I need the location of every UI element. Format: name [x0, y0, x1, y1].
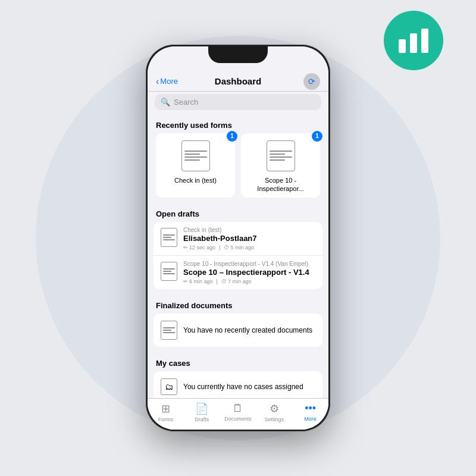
draft-subtitle-1: Check in (test): [183, 227, 315, 233]
search-icon: 🔍: [161, 98, 170, 107]
nav-title: Dashboard: [215, 76, 261, 86]
search-input[interactable]: Search: [174, 98, 198, 107]
finalized-doc-icon: [161, 321, 177, 340]
svg-rect-0: [399, 39, 406, 53]
chevron-left-icon: ‹: [156, 76, 159, 87]
my-cases-header: My cases: [148, 353, 328, 371]
recently-used-header: Recently used forms: [148, 115, 328, 133]
finalized-card: You have no recently created documents: [154, 314, 322, 347]
nav-separator: [148, 91, 328, 92]
draft-item-1[interactable]: Check in (test) Elisabeth-Postlaan7 ✏ 12…: [154, 222, 322, 256]
draft-title-2: Scope 10 – Inspectierapport - V1.4: [183, 268, 315, 277]
drafts-tab-label: Drafts: [195, 416, 209, 422]
cases-empty-text: You currently have no cases assigned: [183, 383, 303, 391]
draft-subtitle-2: Scope 10 - Inspectierapport - V1.4 (Van …: [183, 261, 315, 267]
documents-tab-icon: 🗒: [233, 402, 243, 415]
tab-more[interactable]: ••• More: [292, 402, 328, 422]
open-drafts-header: Open drafts: [148, 203, 328, 222]
settings-tab-label: Settings: [265, 416, 284, 422]
forms-grid: 1 Check in (test) 1: [148, 133, 328, 204]
finalized-header: Finalized documents: [148, 295, 328, 314]
draft-title-1: Elisabeth-Postlaan7: [183, 234, 315, 243]
form-label-2: Scope 10 - Inspectierapor...: [246, 176, 315, 193]
draft-clock-time-1: ⏱ 5 min ago: [224, 245, 254, 250]
draft-content-1: Check in (test) Elisabeth-Postlaan7 ✏ 12…: [183, 227, 315, 250]
form-badge-1: 1: [227, 131, 237, 142]
tab-forms[interactable]: ⊞ Forms: [148, 402, 184, 422]
drafts-tab-icon: 📄: [195, 402, 208, 415]
documents-tab-label: Documents: [224, 416, 252, 422]
tab-bar: ⊞ Forms 📄 Drafts 🗒 Documents ⚙ Settings …: [148, 398, 328, 430]
svg-rect-2: [421, 29, 428, 53]
draft-clock-label-2: 7 min ago: [228, 278, 252, 284]
draft-item-2[interactable]: Scope 10 - Inspectierapport - V1.4 (Van …: [154, 256, 322, 289]
form-icon-1: [181, 140, 210, 171]
forms-tab-label: Forms: [158, 416, 174, 422]
tab-drafts[interactable]: 📄 Drafts: [184, 402, 220, 422]
phone-notch: [208, 46, 268, 63]
nav-bar: ‹ More Dashboard ⟳: [148, 73, 328, 91]
cloud-sync-icon[interactable]: ⟳: [303, 73, 320, 90]
nav-back-button[interactable]: ‹ More: [156, 76, 178, 87]
screen: ‹ More Dashboard ⟳ 🔍 Search Recently use…: [148, 46, 328, 430]
forms-tab-icon: ⊞: [161, 402, 170, 415]
main-content: Recently used forms 1 Check in (test): [148, 115, 328, 399]
cases-icon: 🗂: [161, 378, 177, 395]
draft-edit-label-2: 6 min ago: [189, 278, 213, 284]
draft-clock-time-2: ⏱ 7 min ago: [221, 278, 252, 284]
stats-badge: [384, 11, 443, 70]
draft-clock-label-1: 5 min ago: [230, 245, 254, 250]
drafts-list: Check in (test) Elisabeth-Postlaan7 ✏ 12…: [154, 222, 322, 289]
form-icon-2: [267, 140, 295, 171]
form-label-1: Check in (test): [174, 176, 217, 184]
cases-card: 🗂 You currently have no cases assigned: [154, 371, 322, 398]
search-bar[interactable]: 🔍 Search: [155, 94, 321, 110]
draft-edit-time-1: ✏ 12 sec ago: [183, 245, 215, 250]
form-card-scope10[interactable]: 1 Scope 10 - Inspectierapor...: [241, 133, 320, 198]
draft-edit-label-1: 12 sec ago: [189, 245, 215, 250]
more-tab-label: More: [304, 416, 317, 422]
draft-meta-1: ✏ 12 sec ago | ⏱ 5 min ago: [183, 245, 315, 250]
form-badge-2: 1: [312, 131, 322, 142]
tab-documents[interactable]: 🗒 Documents: [220, 402, 256, 422]
tab-settings[interactable]: ⚙ Settings: [256, 402, 292, 422]
form-card-check-in[interactable]: 1 Check in (test): [156, 133, 235, 198]
draft-icon-1: [161, 228, 177, 247]
draft-content-2: Scope 10 - Inspectierapport - V1.4 (Van …: [183, 261, 315, 284]
nav-back-label[interactable]: More: [160, 77, 178, 86]
draft-icon-2: [161, 262, 177, 281]
draft-edit-time-2: ✏ 6 min ago: [183, 278, 213, 284]
draft-meta-2: ✏ 6 min ago | ⏱ 7 min ago: [183, 278, 315, 284]
phone-frame: ‹ More Dashboard ⟳ 🔍 Search Recently use…: [146, 45, 330, 431]
settings-tab-icon: ⚙: [270, 402, 279, 415]
svg-rect-1: [410, 33, 417, 53]
finalized-empty-text: You have no recently created documents: [183, 326, 312, 334]
more-tab-icon: •••: [305, 402, 316, 415]
